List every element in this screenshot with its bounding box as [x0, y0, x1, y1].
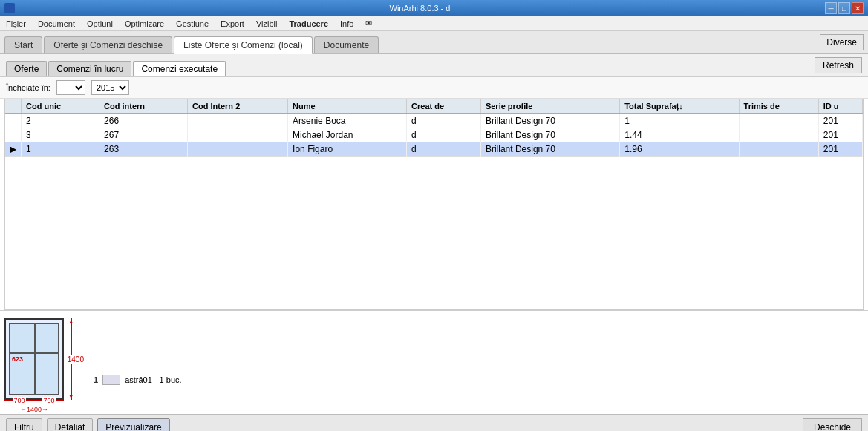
bottom-left-buttons: Filtru Detaliat Previzualizare — [6, 418, 170, 432]
row-cod-intern: 263 — [99, 142, 188, 157]
row-nume: Michael Jordan — [288, 128, 407, 142]
row-nume: Arsenie Boca — [288, 113, 407, 128]
title-bar-left — [4, 3, 15, 13]
preview-item-number: 1 — [94, 375, 98, 384]
sub-tab-comenzi-lucru[interactable]: Comenzi în lucru — [48, 61, 131, 76]
preview-item-info: 1 astrā01 - 1 buc. — [94, 315, 182, 385]
sub-tab-oferte[interactable]: Oferte — [6, 61, 47, 76]
tab-documente[interactable]: Documente — [314, 36, 379, 53]
menu-gestiune[interactable]: Gestiune — [173, 18, 212, 30]
row-cod-intern: 267 — [99, 128, 188, 142]
filter-row: Încheiate în: 01 02 03 04 05 06 07 08 09… — [0, 77, 868, 99]
row-serie-profile: Brillant Design 70 — [480, 113, 619, 128]
tab-liste-oferte-comenzi[interactable]: Liste Oferte și Comenzi (local) — [174, 36, 313, 54]
toolbar: Start Oferte și Comenzi deschise Liste O… — [0, 31, 868, 54]
row-arrow — [5, 113, 22, 128]
col-trimis-de[interactable]: Trimis de — [739, 99, 818, 113]
previzualizare-button[interactable]: Previzualizare — [97, 418, 169, 432]
minimize-button[interactable]: ─ — [825, 2, 837, 14]
orders-table: Cod unic Cod intern Cod Intern 2 Nume Cr… — [5, 99, 863, 157]
row-id-u: 201 — [818, 128, 862, 142]
row-cod-intern2 — [188, 128, 288, 142]
row-cod-intern: 266 — [99, 113, 188, 128]
row-cod-unic: 3 — [22, 128, 99, 142]
row-trimis-de — [739, 113, 818, 128]
menu-email[interactable]: ✉ — [362, 17, 375, 30]
sub-tabs: Oferte Comenzi în lucru Comenzi executat… — [6, 61, 226, 76]
detaliat-button[interactable]: Detaliat — [47, 418, 94, 432]
maximize-button[interactable]: □ — [838, 2, 850, 14]
menu-vizibil[interactable]: Vizibil — [253, 18, 281, 30]
menu-export[interactable]: Export — [218, 18, 247, 30]
refresh-button[interactable]: Refresh — [815, 57, 862, 73]
filter-year-select[interactable]: 2014 2015 2016 — [91, 80, 129, 95]
row-cod-intern2 — [188, 142, 288, 157]
tab-start[interactable]: Start — [4, 36, 42, 53]
window-title: WinArhi 8.0.3 - d — [15, 4, 825, 13]
col-arrow — [5, 99, 22, 113]
row-serie-profile: Brillant Design 70 — [480, 142, 619, 157]
col-cod-intern[interactable]: Cod intern — [99, 99, 188, 113]
dim-inner-width: 623 — [12, 355, 23, 363]
close-button[interactable]: ✕ — [852, 2, 864, 14]
col-id-u[interactable]: ID u — [818, 99, 862, 113]
col-cod-intern2[interactable]: Cod Intern 2 — [188, 99, 288, 113]
col-creat-de[interactable]: Creat de — [407, 99, 481, 113]
row-id-u: 201 — [818, 113, 862, 128]
row-arrow: ▶ — [5, 142, 22, 157]
title-bar-controls: ─ □ ✕ — [825, 2, 864, 14]
main-content: Oferte Comenzi în lucru Comenzi executat… — [0, 54, 868, 414]
row-creat-de: d — [407, 142, 481, 157]
col-nume[interactable]: Nume — [288, 99, 407, 113]
dim-height: ▲ 1400 ▼ — [67, 318, 85, 400]
dim-total-width: 700 700 ←1400→ — [4, 397, 64, 413]
row-arrow — [5, 128, 22, 142]
col-total-suprafata[interactable]: Total Suprafaț↓ — [620, 99, 739, 113]
col-cod-unic[interactable]: Cod unic — [22, 99, 99, 113]
table-header-row: Cod unic Cod intern Cod Intern 2 Nume Cr… — [5, 99, 863, 113]
sub-tab-comenzi-executate[interactable]: Comenzi executate — [133, 61, 226, 76]
col-serie-profile[interactable]: Serie profile — [480, 99, 619, 113]
row-serie-profile: Brillant Design 70 — [480, 128, 619, 142]
row-trimis-de — [739, 142, 818, 157]
row-total-suprafata: 1.96 — [620, 142, 739, 157]
preview-label-row: 1 astrā01 - 1 buc. — [94, 375, 182, 385]
bottom-bar: Filtru Detaliat Previzualizare Deschide — [0, 414, 868, 431]
table-row[interactable]: 3267Michael JordandBrillant Design 701.4… — [5, 128, 863, 142]
row-total-suprafata: 1.44 — [620, 128, 739, 142]
row-cod-unic: 2 — [22, 113, 99, 128]
row-id-u: 201 — [818, 142, 862, 157]
sub-tabs-bar: Oferte Comenzi în lucru Comenzi executat… — [0, 54, 868, 77]
row-total-suprafata: 1 — [620, 113, 739, 128]
dim-total: ←1400→ — [4, 406, 64, 413]
tab-oferte-comenzi-deschise[interactable]: Oferte și Comenzi deschise — [44, 36, 172, 53]
row-trimis-de — [739, 128, 818, 142]
row-creat-de: d — [407, 128, 481, 142]
row-nume: Ion Figaro — [288, 142, 407, 157]
row-creat-de: d — [407, 113, 481, 128]
deschide-button[interactable]: Deschide — [803, 418, 862, 432]
table-body: 2266Arsenie BocadBrillant Design 7012013… — [5, 113, 863, 157]
menu-fisier[interactable]: Fișier — [3, 18, 29, 30]
title-bar: WinArhi 8.0.3 - d ─ □ ✕ — [0, 0, 868, 16]
data-table-container[interactable]: Cod unic Cod intern Cod Intern 2 Nume Cr… — [4, 99, 864, 310]
menu-info[interactable]: Info — [337, 18, 356, 30]
app-icon — [4, 3, 15, 13]
menu-optimizare[interactable]: Optimizare — [122, 18, 167, 30]
table-row[interactable]: ▶1263Ion FigarodBrillant Design 701.9620… — [5, 142, 863, 157]
filter-label: Încheiate în: — [6, 83, 50, 92]
table-row[interactable]: 2266Arsenie BocadBrillant Design 701201 — [5, 113, 863, 128]
filter-month-select[interactable]: 01 02 03 04 05 06 07 08 09 10 11 12 — [56, 80, 85, 95]
row-cod-intern2 — [188, 113, 288, 128]
menu-traducere[interactable]: Traducere — [286, 18, 331, 30]
diverse-button[interactable]: Diverse — [820, 34, 864, 50]
menu-document[interactable]: Document — [35, 18, 78, 30]
preview-item-name: astrā01 - 1 buc. — [125, 375, 181, 384]
window-diagram: 623 ▲ 1400 ▼ 700 700 ←1400→ — [4, 318, 64, 400]
menu-optiuni[interactable]: Opțiuni — [84, 18, 116, 30]
filtru-button[interactable]: Filtru — [6, 418, 42, 432]
preview-area: 623 ▲ 1400 ▼ 700 700 ←1400→ — [0, 310, 868, 414]
menu-bar: Fișier Document Opțiuni Optimizare Gesti… — [0, 16, 868, 31]
preview-color-swatch — [102, 375, 120, 385]
row-cod-unic: 1 — [22, 142, 99, 157]
